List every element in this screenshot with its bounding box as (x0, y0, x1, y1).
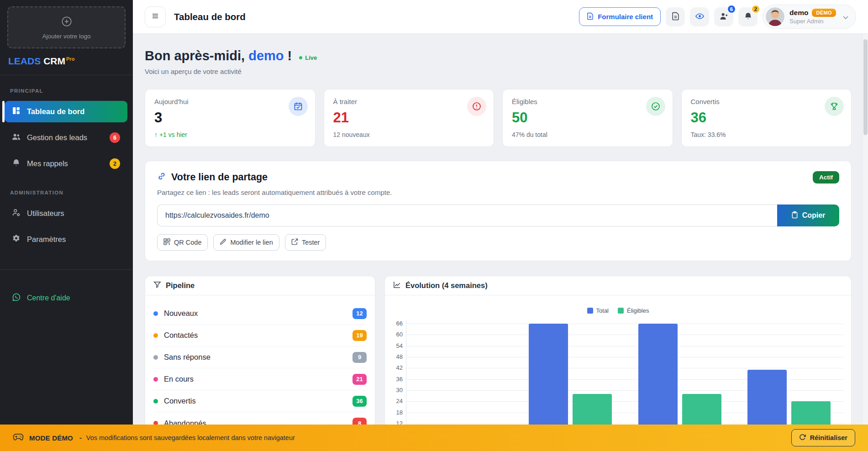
legend-swatch-icon (618, 308, 624, 314)
stat-subtext: 12 nouveaux (333, 131, 485, 138)
y-axis-tick: 42 (385, 364, 403, 371)
status-dot-icon (153, 333, 158, 338)
team-count-badge: 6 (727, 5, 736, 14)
status-dot-icon (153, 399, 158, 404)
stat-subtext: Taux: 33.6% (691, 131, 842, 138)
help-center-label: Centre d'aide (27, 294, 70, 302)
sidebar-item-label: Utilisateurs (27, 209, 64, 218)
evolution-header: Évolution (4 semaines) (385, 276, 851, 295)
gridline (406, 346, 844, 346)
sidebar-section-principal: PRINCIPAL (0, 75, 133, 99)
pipeline-row-nouveaux[interactable]: Nouveaux 12 (153, 303, 367, 325)
sidebar-item-label: Tableau de bord (27, 107, 84, 116)
pipeline-row-sans-reponse[interactable]: Sans réponse 9 (153, 346, 367, 368)
gear-icon (12, 234, 21, 245)
y-axis-tick: 18 (385, 409, 403, 416)
client-form-button[interactable]: Formulaire client (579, 7, 661, 26)
status-dot-icon (153, 311, 158, 316)
test-link-button[interactable]: Tester (285, 234, 326, 251)
legend-swatch-icon (587, 308, 593, 314)
status-dot-icon (153, 377, 158, 382)
y-axis-tick: 54 (385, 342, 403, 349)
chevron-down-icon (843, 13, 848, 21)
evolution-panel: Évolution (4 semaines) Total Éligibles (384, 276, 852, 447)
y-axis-tick: 66 (385, 320, 403, 327)
leads-count-badge: 6 (110, 132, 120, 143)
sidebar-item-label: Paramètres (27, 235, 66, 244)
scrollbar-thumb[interactable] (863, 39, 868, 135)
app-window: Ajouter votre logo LEADSCRMPro PRINCIPAL… (0, 0, 868, 451)
greeting-subtitle: Voici un aperçu de votre activité (145, 68, 852, 75)
live-dot-icon (299, 56, 302, 59)
notes-button[interactable] (666, 7, 685, 26)
share-link-card: Votre lien de partage Actif Partagez ce … (145, 161, 852, 261)
legend-item-eligibles: Éligibles (618, 307, 649, 314)
refresh-icon (799, 434, 806, 442)
user-plus-icon (720, 12, 728, 22)
external-link-icon (291, 238, 298, 246)
count-badge: 9 (352, 352, 367, 363)
logo-upload-label: Ajouter votre logo (42, 33, 91, 40)
sidebar-item-help-center[interactable]: Centre d'aide (0, 286, 133, 310)
pipeline-header: Pipeline (145, 276, 375, 295)
plus-circle-icon (61, 16, 73, 29)
pipeline-row-convertis[interactable]: Convertis 36 (153, 390, 367, 412)
stat-label: À traiter (333, 98, 485, 105)
edit-link-button[interactable]: Modifier le lien (213, 234, 279, 251)
notifications-count-badge: 2 (751, 5, 760, 14)
bell-icon (744, 12, 752, 22)
greeting-title: Bon après-midi, demo ! (145, 48, 292, 63)
reset-button[interactable]: Réinitialiser (791, 429, 855, 446)
document-icon (671, 12, 680, 22)
status-dot-icon (153, 355, 158, 360)
line-chart-icon (393, 281, 401, 290)
share-url-input[interactable] (157, 205, 777, 226)
banner-separator: - (79, 434, 82, 441)
status-badge: Actif (813, 171, 839, 184)
scrollbar[interactable] (862, 34, 868, 451)
pipeline-row-en-cours[interactable]: En cours 21 (153, 368, 367, 390)
hamburger-menu-button[interactable] (145, 6, 166, 27)
gridline (406, 357, 844, 357)
funnel-icon (153, 281, 161, 290)
logo-upload-dropzone[interactable]: Ajouter votre logo (7, 6, 126, 48)
stat-label: Convertis (691, 98, 842, 105)
sidebar-item-leads[interactable]: Gestion des leads 6 (5, 127, 127, 148)
whatsapp-icon (12, 293, 21, 304)
stat-label: Éligibles (512, 98, 663, 105)
sidebar-section-administration: ADMINISTRATION (0, 177, 133, 201)
sidebar-item-dashboard[interactable]: Tableau de bord (5, 101, 127, 122)
sidebar: Ajouter votre logo LEADSCRMPro PRINCIPAL… (0, 0, 133, 451)
stat-subtext: 47% du total (512, 131, 663, 138)
pipeline-row-contactes[interactable]: Contactés 19 (153, 325, 367, 346)
qr-code-button[interactable]: QR Code (157, 234, 208, 251)
stat-card-today: Aujourd'hui 3 ↑ +1 vs hier (145, 89, 316, 147)
demo-mode-label: MODE DÉMO (29, 434, 73, 442)
avatar (766, 7, 784, 26)
team-invites-button[interactable]: 6 (714, 7, 733, 26)
clipboard-icon (791, 211, 798, 220)
user-menu[interactable]: demo DÉMO Super Admin (763, 5, 856, 29)
count-badge: 12 (352, 308, 367, 319)
pipeline-panel: Pipeline Nouveaux 12 Contactés 19 (145, 276, 375, 447)
stat-value: 36 (691, 110, 842, 126)
eye-icon (695, 12, 704, 22)
notifications-button[interactable]: 2 (738, 7, 758, 26)
count-badge: 36 (352, 396, 367, 407)
share-link-title: Votre lien de partage (157, 172, 268, 184)
pencil-icon (220, 238, 226, 246)
stat-card-eligible: Éligibles 50 47% du total (502, 89, 673, 147)
hamburger-icon (151, 12, 159, 21)
sidebar-divider (0, 269, 133, 270)
sidebar-item-label: Gestion des leads (27, 133, 87, 142)
stat-value: 50 (512, 110, 663, 126)
sidebar-item-reminders[interactable]: Mes rappels 2 (5, 153, 127, 174)
topbar: Tableau de bord Formulaire client (133, 0, 868, 34)
stat-value: 3 (154, 110, 306, 126)
demo-mode-message: Vos modifications sont sauvegardées loca… (86, 434, 295, 441)
copy-button[interactable]: Copier (777, 205, 839, 226)
sidebar-item-users[interactable]: Utilisateurs (5, 203, 127, 224)
preview-button[interactable] (690, 7, 709, 26)
sidebar-item-settings[interactable]: Paramètres (5, 229, 127, 250)
live-indicator: Live (299, 54, 317, 61)
